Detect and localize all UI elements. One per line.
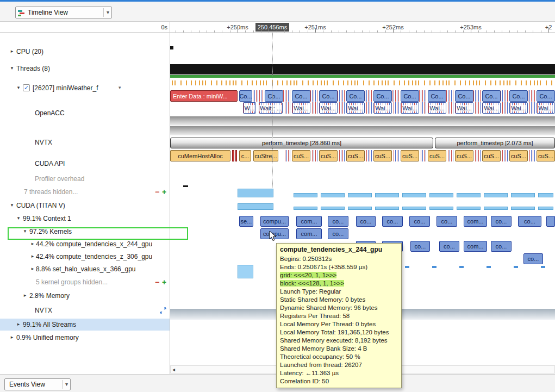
chevron-right-icon[interactable]: ▸ (9, 334, 15, 340)
chevron-right-icon[interactable]: ▸ (29, 266, 36, 271)
chevron-right-icon[interactable]: ▸ (29, 241, 36, 246)
sidebar-row-kernel-groups-hidden[interactable]: 5 kernel groups hidden...−+ (0, 276, 170, 288)
cuda-api-bar[interactable]: cuS... (401, 150, 419, 161)
openacc-wait-bar[interactable]: Wai... (428, 102, 446, 114)
openacc-compute-bar[interactable]: Co... (265, 90, 283, 102)
kernel-bar[interactable]: co... (328, 216, 348, 227)
chevron-down-icon[interactable]: ▾ (119, 85, 121, 90)
thread-checkbox[interactable]: ✓ (23, 84, 30, 91)
openacc-wait-bar[interactable]: Wai... (482, 102, 501, 114)
sidebar-row-cuda-api[interactable]: CUDA API (0, 158, 170, 170)
timeline-view-dropdown[interactable]: Timeline View ▾ (15, 7, 112, 18)
sidebar-row-unified-memory[interactable]: ▸0.9% Unified memory (0, 332, 170, 344)
openacc-wait-bar[interactable]: Wai... (401, 102, 419, 114)
chevron-down-icon[interactable]: ▾ (15, 215, 22, 221)
kernel-halo-bar[interactable]: co... (523, 253, 543, 264)
cuda-api-bar[interactable]: cuS... (428, 150, 446, 161)
kernel-bar[interactable] (546, 216, 555, 227)
openacc-wait-bar[interactable]: Wai... (373, 102, 392, 114)
nvtx-range-bar[interactable]: perform_timestep [2.073 ms] (435, 138, 555, 148)
openacc-enter-data-bar[interactable]: Enter Data : miniW... (170, 90, 238, 102)
chevron-down-icon[interactable]: ▾ (9, 65, 15, 71)
openacc-wait-bar[interactable]: W... (243, 102, 256, 114)
sidebar-row-profiler-overhead[interactable]: Profiler overhead (0, 173, 170, 185)
sidebar-row-cpu[interactable]: ▸CPU (20) (0, 46, 170, 58)
kernel-z-bar[interactable]: co... (439, 241, 459, 252)
kernel-bar[interactable]: co... (409, 216, 430, 227)
openacc-wait-bar[interactable]: Wai... (346, 102, 365, 114)
kernel-z-bar[interactable]: co... (491, 241, 512, 252)
nvtx-range-bar[interactable]: perform_timestep [28.860 ms] (170, 138, 433, 148)
openacc-compute-bar[interactable]: Co... (455, 90, 473, 102)
sidebar-row-threads-hidden[interactable]: 7 threads hidden...−+ (0, 186, 170, 198)
cuda-api-bar[interactable]: cuS... (292, 150, 310, 161)
memory-transfer-block[interactable] (238, 265, 253, 278)
sidebar-row-context1[interactable]: ▾99.1% Context 1 (0, 213, 170, 225)
kernel-bar[interactable]: co... (356, 216, 376, 227)
openacc-wait-bar[interactable]: Wai... (509, 102, 528, 114)
sidebar-row-openacc[interactable]: OpenACC (0, 107, 170, 119)
openacc-wait-bar[interactable]: Wai... (537, 102, 555, 114)
plus-icon[interactable]: + (161, 277, 167, 287)
kernel-z-bar[interactable]: com... (464, 241, 487, 252)
openacc-compute-bar[interactable]: Co... (239, 90, 252, 102)
openacc-wait-bar[interactable]: Wai... (292, 102, 310, 114)
cuda-api-bar[interactable]: cuS... (509, 150, 528, 161)
minus-icon[interactable]: − (154, 187, 160, 197)
kernel-x-bar[interactable]: com... (296, 228, 322, 239)
sidebar-row-threads[interactable]: ▾Threads (8) (0, 63, 170, 74)
kernel-bar[interactable]: se... (239, 216, 253, 227)
cuda-api-bar[interactable]: cuS... (373, 150, 392, 161)
kernel-bar[interactable]: com... (296, 216, 322, 227)
openacc-wait-bar[interactable]: Wait : ... (259, 102, 283, 114)
chevron-down-icon[interactable]: ▾ (9, 202, 15, 208)
cuda-api-bar[interactable]: c... (239, 150, 251, 161)
openacc-compute-bar[interactable]: Co... (401, 90, 419, 102)
chevron-right-icon[interactable]: ▸ (22, 293, 28, 298)
openacc-wait-bar[interactable]: Wai... (455, 102, 473, 114)
cuda-api-bar[interactable]: cuS... (346, 150, 365, 161)
sidebar-row-thread-miniweather[interactable]: ▾✓[26207] miniWeather_f▾ (0, 82, 170, 94)
chevron-right-icon[interactable]: ▸ (9, 48, 15, 54)
chevron-right-icon[interactable]: ▸ (29, 253, 36, 259)
chevron-down-icon[interactable]: ▾ (15, 85, 22, 90)
sidebar-row-all-streams[interactable]: ▸99.1% All Streams (0, 319, 170, 331)
sidebar-row-kernel-x[interactable]: ▸44.2% compute_tendencies_x_244_gpu (0, 238, 170, 250)
openacc-compute-bar[interactable]: Co... (319, 90, 338, 102)
kernel-bar[interactable]: co... (436, 216, 457, 227)
sidebar-row-kernel-halo[interactable]: ▸8.8% set_halo_values_x_366_gpu (0, 263, 170, 275)
timeline-ruler[interactable]: 0s 250.456ms +250ms+251ms+252ms+253ms+2 (0, 22, 555, 33)
cuda-api-bar[interactable]: cuS... (455, 150, 473, 161)
sidebar-row-nvtx-context[interactable]: NVTX (0, 304, 170, 316)
sidebar-row-kernel-z[interactable]: ▸42.4% compute_tendencies_z_306_gpu (0, 251, 170, 263)
openacc-compute-bar[interactable]: Co... (292, 90, 310, 102)
kernel-z-bar[interactable]: co... (410, 241, 430, 252)
cuda-api-bar[interactable]: cuS... (482, 150, 501, 161)
openacc-compute-bar[interactable]: Co... (428, 90, 446, 102)
expand-row-icon[interactable] (160, 307, 166, 315)
openacc-compute-bar[interactable]: Co... (509, 90, 528, 102)
sidebar-row-nvtx-thread[interactable]: NVTX (0, 136, 170, 148)
sidebar-row-cuda-device[interactable]: ▾CUDA (TITAN V) (0, 200, 170, 211)
kernel-bar[interactable]: co... (382, 216, 403, 227)
openacc-compute-bar[interactable]: Co... (482, 90, 501, 102)
cuda-api-bar[interactable]: cuS... (319, 150, 338, 161)
kernel-bar[interactable]: compu... (260, 216, 289, 227)
events-view-dropdown[interactable]: Events View ▾ (4, 378, 71, 390)
kernel-x-bar[interactable]: co... (328, 228, 348, 239)
kernel-bar[interactable]: co... (491, 216, 512, 227)
cuda-api-bar[interactable]: cuMemHostAlloc (170, 150, 230, 161)
kernel-bar[interactable]: co... (518, 216, 541, 227)
minus-icon[interactable]: − (154, 277, 160, 287)
sidebar-row-memory[interactable]: ▸2.8% Memory (0, 290, 170, 302)
kernel-bar[interactable]: com... (464, 216, 487, 227)
openacc-compute-bar[interactable]: Co... (346, 90, 365, 102)
openacc-wait-bar[interactable]: Wai... (319, 102, 338, 114)
cuda-api-bar[interactable]: cuS... (537, 150, 555, 161)
scroll-left-icon[interactable]: ◂ (171, 366, 177, 373)
cuda-api-bar[interactable]: cuStre... (253, 150, 278, 161)
plus-icon[interactable]: + (161, 187, 167, 197)
chevron-right-icon[interactable]: ▸ (15, 321, 22, 327)
openacc-compute-bar[interactable]: Co... (373, 90, 392, 102)
openacc-compute-bar[interactable]: Co... (537, 90, 555, 102)
